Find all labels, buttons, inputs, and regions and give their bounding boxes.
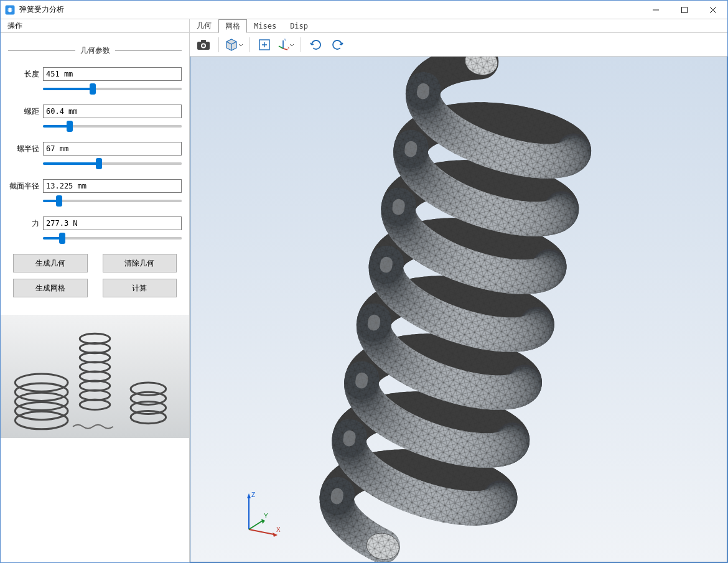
axis-z-label: Z <box>251 491 255 498</box>
param-force-label: 力 <box>8 218 43 229</box>
compute-button[interactable]: 计算 <box>103 279 177 297</box>
maximize-button[interactable] <box>670 1 699 19</box>
svg-text:Y: Y <box>284 39 287 42</box>
tab-mesh[interactable]: 网格 <box>218 19 247 33</box>
minimize-button[interactable] <box>642 1 670 19</box>
svg-marker-40 <box>273 533 278 537</box>
clear-geometry-button[interactable]: 清除几何 <box>103 254 177 272</box>
panel-title-row: 几何参数 <box>8 45 182 56</box>
param-pitch: 螺距 <box>8 105 182 129</box>
app-window: 弹簧受力分析 操作 几何 网格 Mises Disp <box>0 0 728 563</box>
param-section-radius-input[interactable] <box>43 179 182 193</box>
viewport-column: Y X <box>190 33 727 562</box>
param-helix-radius: 螺半径 <box>8 142 182 167</box>
rotate-ccw-icon <box>330 38 344 52</box>
camera-icon <box>197 39 210 50</box>
titlebar: 弹簧受力分析 <box>1 1 727 19</box>
tab-disp[interactable]: Disp <box>283 19 315 32</box>
window-controls <box>642 1 727 19</box>
svg-line-41 <box>249 521 263 529</box>
spring-mesh-render <box>190 57 727 562</box>
param-section-radius-slider[interactable] <box>43 200 182 202</box>
axis-x-label: X <box>276 526 281 533</box>
body: 几何参数 长度 螺距 <box>1 33 727 562</box>
app-logo-icon <box>4 4 16 16</box>
param-force: 力 <box>8 216 182 241</box>
maximize-icon <box>681 6 688 14</box>
param-force-slider[interactable] <box>43 237 182 240</box>
close-button[interactable] <box>699 1 727 19</box>
rotate-cw-button[interactable] <box>306 35 326 54</box>
axis-widget: Z X Y <box>236 488 286 538</box>
springs-photo-icon <box>1 315 189 438</box>
reference-photo <box>1 315 189 562</box>
param-length-label: 长度 <box>8 69 43 80</box>
tab-geometry[interactable]: 几何 <box>190 19 218 32</box>
isometric-cube-icon <box>225 38 238 52</box>
param-force-input[interactable] <box>43 216 182 230</box>
generate-mesh-button[interactable]: 生成网格 <box>13 279 88 297</box>
param-helix-radius-input[interactable] <box>43 142 182 156</box>
param-pitch-input[interactable] <box>43 105 182 118</box>
close-icon <box>709 6 717 14</box>
svg-marker-38 <box>247 493 251 498</box>
param-helix-radius-label: 螺半径 <box>8 144 43 154</box>
param-pitch-label: 螺距 <box>8 106 43 117</box>
menu-operate[interactable]: 操作 <box>1 19 29 32</box>
param-length-slider[interactable] <box>43 88 182 90</box>
chevron-down-icon <box>238 38 243 52</box>
axis-y-label: Y <box>264 513 268 519</box>
window-title: 弹簧受力分析 <box>19 4 642 15</box>
param-pitch-slider[interactable] <box>43 125 182 128</box>
panel-title: 几何参数 <box>75 45 115 56</box>
svg-line-39 <box>249 529 274 534</box>
svg-line-29 <box>279 46 283 49</box>
axes-orient-button[interactable]: Y X <box>276 35 296 54</box>
param-length-input[interactable] <box>43 67 182 81</box>
svg-line-30 <box>283 49 287 50</box>
param-length: 长度 <box>8 67 182 92</box>
generate-geometry-button[interactable]: 生成几何 <box>13 254 88 272</box>
geometry-params-panel: 几何参数 长度 螺距 <box>1 33 189 304</box>
viewport-toolbar: Y X <box>190 33 727 57</box>
param-helix-radius-slider[interactable] <box>43 162 182 165</box>
fit-extent-button[interactable] <box>254 35 274 54</box>
chevron-down-icon <box>289 38 294 52</box>
rotate-cw-icon <box>309 38 323 52</box>
mesh-viewport[interactable]: Z X Y <box>190 57 727 562</box>
svg-rect-2 <box>682 7 688 12</box>
svg-point-26 <box>202 44 205 47</box>
action-buttons: 生成几何 清除几何 生成网格 计算 <box>13 254 177 297</box>
param-section-radius-label: 截面半径 <box>8 181 43 192</box>
tab-mises[interactable]: Mises <box>247 19 283 32</box>
view-tabs: 几何 网格 Mises Disp <box>190 19 727 32</box>
screenshot-button[interactable] <box>194 35 213 54</box>
fit-extent-icon <box>258 39 271 51</box>
svg-rect-24 <box>201 40 206 42</box>
rotate-ccw-button[interactable] <box>327 35 347 54</box>
param-section-radius: 截面半径 <box>8 179 182 204</box>
menubar-left: 操作 <box>1 19 190 32</box>
isometric-view-button[interactable] <box>224 35 244 54</box>
sidebar: 几何参数 长度 螺距 <box>1 33 190 562</box>
minimize-icon <box>652 6 660 14</box>
xyz-axes-icon: Y X <box>277 39 289 51</box>
menubar: 操作 几何 网格 Mises Disp <box>1 19 727 33</box>
